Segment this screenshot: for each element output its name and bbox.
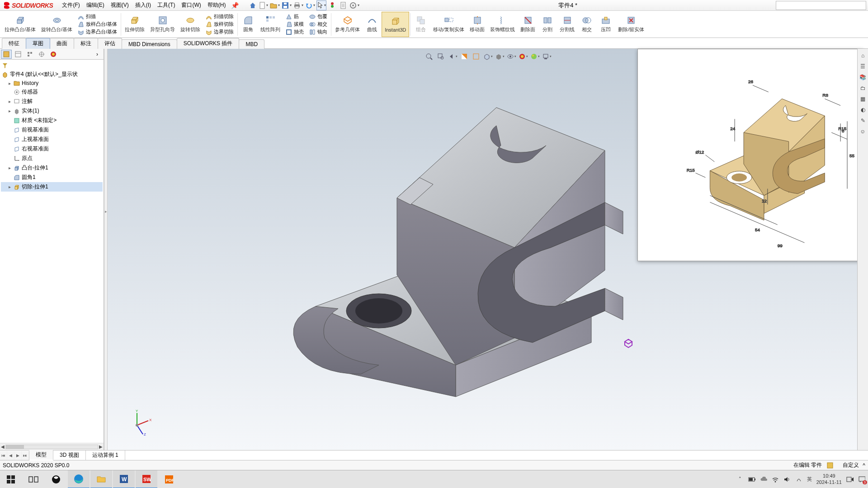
ftree-hscroll[interactable]: ◀ ▶ — [0, 443, 104, 450]
rb-boundary[interactable]: 边界凸台/基体 — [78, 28, 117, 35]
tray-meet-now-icon[interactable] — [846, 476, 854, 483]
btab-next-icon[interactable]: ▶ — [14, 451, 22, 460]
search-box[interactable] — [776, 1, 866, 10]
menu-insert[interactable]: 插入(I) — [132, 0, 154, 10]
zoom-fit-icon[interactable] — [424, 52, 434, 61]
taskbar-app1-icon[interactable] — [45, 470, 67, 488]
tree-annotations[interactable]: ▸注解 — [1, 97, 103, 106]
qat-open-icon[interactable] — [269, 0, 280, 10]
tree-cut1[interactable]: ▸切除-拉伸1 — [1, 182, 103, 192]
display-style-icon[interactable] — [495, 52, 505, 61]
tree-front-plane[interactable]: 前视基准面 — [1, 125, 103, 135]
taskbar-explorer-icon[interactable] — [90, 470, 112, 488]
tray-show-hidden-icon[interactable]: ˄ — [736, 476, 744, 483]
menu-help[interactable]: 帮助(H) — [205, 0, 229, 10]
reference-image-panel[interactable]: 99 54 R8 R15 Ø12 R15 26 55 8 24 12 — [637, 49, 863, 261]
menu-edit[interactable]: 编辑(E) — [84, 0, 107, 10]
zoom-area-icon[interactable] — [436, 52, 446, 61]
status-custom[interactable]: 自定义 — [843, 461, 859, 469]
expand-icon[interactable]: ▸ — [7, 99, 12, 104]
rb-delete-keep[interactable]: 删除/留实体 — [615, 12, 647, 37]
qat-home-icon[interactable] — [248, 0, 258, 10]
rb-combine[interactable]: 组合 — [411, 12, 430, 37]
rb-loft-cut[interactable]: 放样切除 — [206, 21, 234, 28]
feature-tree[interactable]: 零件4 (默认<<默认>_显示状 ▸History 传感器 ▸注解 ▸实体(1)… — [0, 60, 104, 443]
rb-delete-face[interactable]: 删除面 — [518, 12, 538, 37]
tree-history[interactable]: ▸History — [1, 79, 103, 87]
rb-revolve-boss[interactable]: 旋转凸台/基体 — [38, 12, 75, 37]
menu-view[interactable]: 视图(V) — [108, 0, 132, 10]
rb-rib[interactable]: 筋 — [286, 13, 304, 20]
qat-rebuild-icon[interactable] — [327, 0, 337, 10]
taskpane-design-library-icon[interactable]: 📚 — [859, 73, 867, 81]
rb-intersect2[interactable]: 相交 — [309, 21, 327, 28]
view-orientation-icon[interactable] — [483, 52, 493, 61]
ftree-tab-display-manager-icon[interactable] — [48, 50, 59, 59]
tab-sketch[interactable]: 草图 — [26, 38, 50, 49]
rb-curve[interactable]: 曲线 — [363, 12, 382, 37]
qat-new-icon[interactable] — [259, 0, 269, 10]
btab-model[interactable]: 模型 — [29, 450, 53, 460]
tray-battery-icon[interactable] — [748, 476, 755, 483]
rb-loft[interactable]: 放样凸台/基体 — [78, 21, 117, 28]
status-unit-icon[interactable] — [826, 462, 834, 469]
tree-material[interactable]: 材质 <未指定> — [1, 116, 103, 125]
rb-draft[interactable]: 拔模 — [286, 21, 304, 28]
tray-ime-lang[interactable]: 英 — [807, 476, 812, 483]
btab-prev-icon[interactable]: ◀ — [7, 451, 14, 460]
scroll-track[interactable] — [5, 445, 98, 449]
taskbar-pdf-icon[interactable]: PDF — [158, 470, 180, 488]
tray-ime-mode-icon[interactable] — [795, 476, 802, 483]
tree-solid-bodies[interactable]: ▸实体(1) — [1, 106, 103, 116]
rb-split[interactable]: 分割 — [538, 12, 557, 37]
rb-intersect[interactable]: 相交 — [577, 12, 596, 37]
tree-root[interactable]: 零件4 (默认<<默认>_显示状 — [1, 70, 103, 79]
hide-show-icon[interactable] — [506, 52, 516, 61]
rb-split-line[interactable]: 分割线 — [557, 12, 577, 37]
tray-clock[interactable]: 10:49 2024-11-11 — [816, 473, 842, 485]
tab-sw-plugins[interactable]: SOLIDWORKS 插件 — [177, 38, 240, 49]
ftree-tab-config-manager-icon[interactable] — [24, 50, 35, 59]
section-view-icon[interactable] — [459, 52, 469, 61]
qat-print-icon[interactable] — [293, 0, 304, 10]
rb-fillet[interactable]: 圆角 — [239, 12, 258, 37]
taskpane-forum-icon[interactable]: ☺ — [859, 127, 867, 136]
rb-shell[interactable]: 抽壳 — [286, 28, 304, 35]
tray-volume-icon[interactable] — [783, 476, 791, 483]
pin-icon[interactable]: 📌 — [231, 2, 239, 9]
tree-origin[interactable]: 原点 — [1, 154, 103, 163]
rb-instant3d[interactable]: Instant3D — [382, 12, 409, 37]
rb-thread[interactable]: 装饰螺纹线 — [487, 12, 518, 37]
rb-sweep[interactable]: 扫描 — [78, 13, 117, 20]
rb-move-copy[interactable]: 移动/复制实体 — [430, 12, 467, 37]
chevron-up-icon[interactable]: ^ — [863, 462, 865, 469]
rb-linear-pattern[interactable]: 线性阵列 — [258, 12, 283, 37]
tray-onedrive-icon[interactable] — [760, 476, 767, 483]
tree-filter[interactable] — [1, 61, 103, 70]
tab-mbd-dim[interactable]: MBD Dimensions — [122, 39, 177, 49]
rb-indent[interactable]: 压凹 — [596, 12, 615, 37]
taskpane-view-palette-icon[interactable]: ▦ — [859, 95, 867, 103]
tab-annotate[interactable]: 标注 — [74, 38, 98, 49]
rb-wrap[interactable]: 包覆 — [309, 13, 327, 20]
btab-3dview[interactable]: 3D 视图 — [53, 450, 86, 460]
tab-mbd[interactable]: MBD — [239, 39, 264, 49]
taskbar-word-icon[interactable]: W — [113, 470, 135, 488]
scroll-right-icon[interactable]: ▶ — [99, 444, 103, 449]
edit-appearance-icon[interactable] — [518, 52, 528, 61]
tree-top-plane[interactable]: 上视基准面 — [1, 135, 103, 144]
btab-last-icon[interactable]: ⏭ — [22, 451, 29, 460]
menu-tools[interactable]: 工具(T) — [155, 0, 178, 10]
task-view-icon[interactable] — [23, 470, 44, 488]
qat-save-icon[interactable] — [281, 0, 292, 10]
prev-view-icon[interactable] — [448, 52, 458, 61]
btab-motion1[interactable]: 运动算例 1 — [86, 450, 125, 460]
rb-extrude-cut[interactable]: 拉伸切除 — [122, 12, 147, 37]
ftree-tab-more-icon[interactable]: › — [92, 50, 103, 59]
expand-icon[interactable]: ▸ — [7, 81, 12, 86]
expand-icon[interactable]: ▸ — [7, 165, 12, 170]
menu-file[interactable]: 文件(F) — [59, 0, 82, 10]
rb-move-face[interactable]: 移动面 — [467, 12, 487, 37]
view-settings-icon[interactable] — [542, 52, 552, 61]
taskpane-home-icon[interactable]: ⌂ — [859, 52, 867, 60]
